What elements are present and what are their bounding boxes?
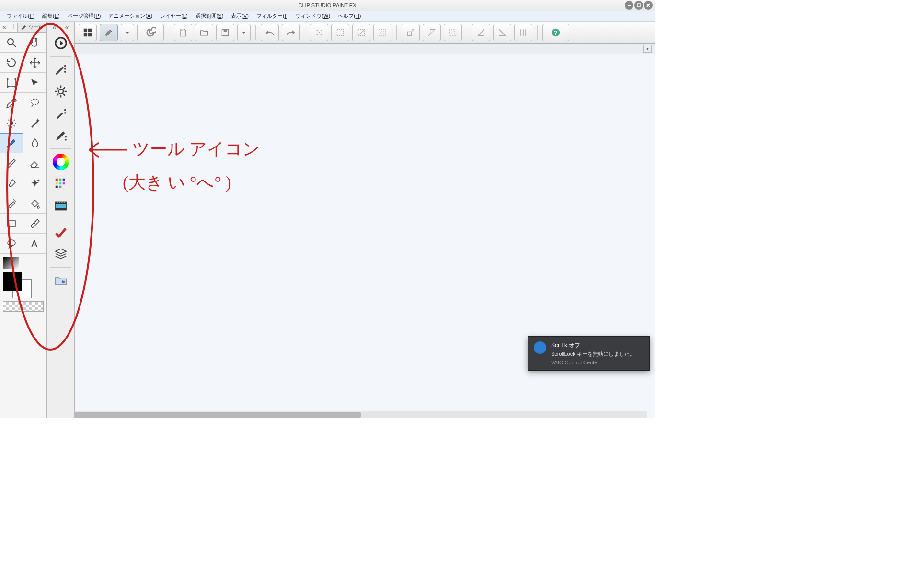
svg-rect-61 (59, 203, 60, 203)
collapse-left-icon[interactable]: « (0, 23, 9, 31)
tab-dropdown-icon[interactable]: ▾ (643, 45, 652, 53)
svg-line-40 (57, 87, 58, 89)
subtool-pen-button[interactable] (50, 59, 71, 79)
toolbar-snap3[interactable] (514, 24, 532, 41)
gradient-swatch[interactable] (3, 257, 19, 269)
maximize-button[interactable] (634, 1, 643, 10)
svg-rect-1 (637, 4, 640, 7)
separator (537, 25, 538, 40)
tool-pen[interactable] (0, 133, 23, 153)
toolbar-help[interactable]: ? (542, 24, 569, 41)
color-sliders-button[interactable] (50, 174, 71, 194)
svg-line-84 (478, 29, 484, 35)
svg-point-9 (7, 86, 9, 88)
svg-line-5 (13, 44, 16, 47)
svg-point-10 (14, 86, 16, 88)
foreground-background-colors[interactable] (3, 272, 32, 298)
layer-button[interactable] (50, 222, 71, 242)
tool-move[interactable] (23, 53, 47, 73)
tool-eyedropper[interactable] (0, 93, 23, 113)
svg-rect-48 (55, 179, 58, 181)
quick-access-button[interactable] (50, 33, 71, 53)
svg-line-19 (14, 120, 15, 121)
toolbar-clip-studio[interactable] (100, 24, 118, 41)
subtool-gear-button[interactable] (50, 81, 71, 102)
tool-brush2[interactable] (0, 173, 23, 193)
tool-wand[interactable] (23, 113, 47, 133)
toolbar-grid-view[interactable] (79, 24, 97, 41)
separator (169, 25, 169, 40)
tool-droplet[interactable] (23, 133, 47, 153)
close-button[interactable] (644, 1, 653, 10)
menu-a[interactable]: アニメーション(A) (104, 11, 156, 21)
toolbar-clear[interactable] (310, 24, 328, 41)
menu-h[interactable]: ヘルプ(H) (334, 11, 365, 21)
chevrons-left-icon[interactable]: « (65, 23, 69, 31)
tool-operation[interactable] (0, 73, 23, 93)
timeline-button[interactable] (50, 196, 71, 216)
svg-point-4 (8, 39, 13, 45)
minimize-button[interactable] (625, 1, 633, 10)
tool-light[interactable] (0, 113, 23, 133)
tool-pencil[interactable] (0, 153, 23, 173)
tool-sparkle[interactable] (23, 173, 47, 193)
subtool-brush-button[interactable] (50, 103, 71, 124)
tool-hand[interactable] (23, 33, 47, 53)
menu-l[interactable]: レイヤー(L) (156, 11, 191, 21)
horizontal-scrollbar[interactable] (75, 411, 647, 418)
app-title: CLIP STUDIO PAINT EX (0, 2, 655, 8)
transparent-swatch[interactable] (3, 301, 44, 312)
toolbar-invert[interactable] (373, 24, 391, 41)
menu-f[interactable]: ファイル(F) (3, 11, 38, 21)
toolbar-snap2[interactable] (493, 24, 511, 41)
menu-w[interactable]: ウィンドウ(W) (291, 11, 334, 21)
tool-zoom[interactable] (0, 33, 23, 53)
toolbar-undo[interactable] (261, 24, 279, 41)
toolbar-select-all[interactable] (331, 24, 349, 41)
toolbar-save-dropdown[interactable] (237, 24, 251, 41)
subtool-pen2-button[interactable] (50, 125, 71, 146)
grip-icon[interactable] (11, 24, 15, 29)
chevrons-left-icon[interactable]: « (53, 23, 57, 31)
toolbar-deselect[interactable] (352, 24, 370, 41)
svg-line-18 (14, 125, 15, 126)
menu-i[interactable]: フィルター(I) (253, 11, 291, 21)
toolbar-save[interactable] (216, 24, 234, 41)
menu-v[interactable]: 表示(V) (227, 11, 253, 21)
svg-rect-67 (88, 33, 92, 36)
tool-fill[interactable] (23, 193, 47, 214)
toolbar-transform[interactable] (423, 24, 441, 41)
tool-tab[interactable]: ツール (17, 23, 46, 32)
tool-text[interactable]: A (23, 234, 47, 254)
svg-line-42 (63, 87, 65, 89)
toolbar-3d[interactable] (137, 24, 164, 41)
svg-point-79 (381, 31, 384, 34)
tool-rotate[interactable] (0, 53, 23, 73)
tool-balloon[interactable] (0, 234, 23, 254)
tool-arrow[interactable] (23, 73, 47, 93)
svg-point-32 (64, 65, 66, 67)
toolbar-redo[interactable] (282, 24, 300, 41)
svg-rect-52 (59, 182, 61, 184)
tool-airbrush[interactable] (0, 193, 23, 214)
menu-s[interactable]: 選択範囲(S) (192, 11, 228, 21)
toolbar-open[interactable] (195, 24, 213, 41)
svg-rect-54 (55, 186, 58, 188)
toolbar-border[interactable] (444, 24, 462, 41)
tool-rect[interactable] (0, 214, 23, 234)
tool-lasso[interactable] (23, 93, 47, 113)
menu-e[interactable]: 編集(E) (38, 11, 64, 21)
tool-eraser[interactable] (23, 153, 47, 173)
layer-stack-button[interactable] (50, 244, 71, 264)
toolbar-scale[interactable] (402, 24, 420, 41)
toolbar-new[interactable] (174, 24, 192, 41)
material-button[interactable] (50, 271, 71, 291)
toast-title: Scr Lk オフ (551, 341, 635, 350)
toolbar-snap1[interactable] (472, 24, 490, 41)
foreground-color[interactable] (3, 272, 22, 291)
menu-p[interactable]: ページ管理(P) (64, 11, 105, 21)
color-wheel-button[interactable] (50, 152, 71, 172)
toolbar-clip-studio-dropdown[interactable] (121, 24, 134, 41)
tool-ruler[interactable] (23, 214, 47, 234)
svg-rect-66 (84, 33, 87, 36)
